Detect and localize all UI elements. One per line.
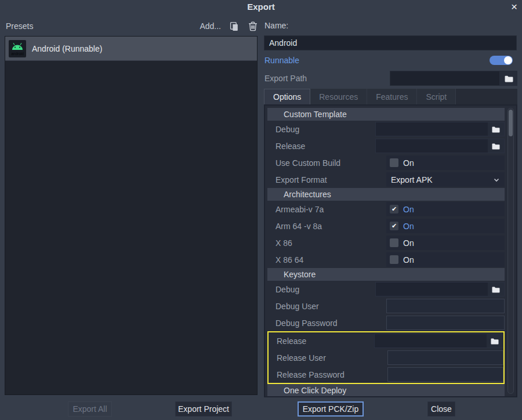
option-row-keystore-release: Release	[269, 332, 503, 349]
option-label: Armeabi-v 7a	[267, 201, 386, 218]
dropdown-value: Export APK	[391, 175, 433, 184]
option-row-keystore-debug: Debug	[267, 281, 505, 298]
option-label: Debug	[267, 121, 375, 137]
folder-button[interactable]	[488, 139, 504, 153]
option-label: Use Custom Build	[267, 154, 386, 171]
option-label: Arm 64 -v 8a	[267, 218, 386, 234]
debug-password-input[interactable]	[387, 316, 504, 330]
export-all-button: Export All	[68, 401, 112, 417]
export-format-dropdown[interactable]: Export APK	[386, 172, 505, 187]
tab-options[interactable]: Options	[264, 89, 310, 104]
option-row-release-password: Release Password	[269, 366, 503, 383]
export-project-button[interactable]: Export Project	[175, 401, 232, 417]
export-path-input[interactable]	[390, 71, 500, 86]
delete-preset-icon[interactable]	[248, 21, 258, 31]
option-row-x86: X 86 On	[267, 234, 505, 251]
svg-text:android: android	[11, 52, 24, 56]
option-label: Debug User	[267, 298, 386, 314]
text-field	[386, 299, 505, 313]
option-row-debug-password: Debug Password	[267, 314, 505, 331]
debug-user-input[interactable]	[387, 299, 504, 313]
add-preset-button[interactable]: Add...	[200, 21, 221, 31]
option-label: X 86 64	[267, 251, 386, 268]
option-row-template-release: Release	[267, 137, 505, 154]
section-architectures[interactable]: Architectures	[267, 188, 505, 201]
preset-list: android Android (Runnable)	[5, 36, 258, 395]
tab-script[interactable]: Script	[417, 89, 456, 104]
runnable-row: Runnable	[264, 54, 517, 67]
option-label: X 86	[267, 234, 386, 251]
export-path-row: Export Path	[264, 71, 517, 86]
option-row-use-custom-build: Use Custom Build On	[267, 154, 505, 171]
export-pck-zip-button[interactable]: Export PCK/Zip	[298, 401, 364, 417]
tab-resources[interactable]: Resources	[310, 89, 367, 104]
close-button[interactable]: Close	[427, 401, 455, 417]
option-row-export-format: Export Format Export APK	[267, 171, 505, 188]
name-input[interactable]	[264, 35, 517, 50]
tab-bar: Options Resources Features Script	[264, 89, 517, 104]
file-field	[374, 334, 503, 348]
option-label: Release Password	[269, 366, 387, 383]
check-field: On	[386, 155, 505, 170]
close-icon[interactable]: ×	[511, 0, 517, 14]
runnable-label: Runnable	[264, 56, 299, 65]
release-user-input[interactable]	[388, 351, 503, 364]
preset-item-label: Android (Runnable)	[32, 44, 102, 53]
dialog-titlebar: Export ×	[0, 0, 522, 15]
scrollbar-thumb[interactable]	[509, 110, 513, 136]
checkbox-label: On	[403, 222, 414, 231]
option-row-x86-64: X 86 64 On	[267, 251, 505, 268]
option-row-arm64-v8a: Arm 64 -v 8a ✔ On	[267, 218, 505, 234]
text-field	[387, 350, 503, 365]
checkbox-checked[interactable]: ✔	[390, 222, 398, 230]
option-label: Export Format	[267, 171, 386, 188]
checkbox-label: On	[403, 238, 414, 248]
folder-button[interactable]	[488, 283, 504, 296]
file-field	[375, 282, 505, 296]
checkbox-label: On	[403, 158, 414, 168]
check-field: ✔ On	[386, 202, 505, 216]
export-path-label: Export Path	[264, 74, 307, 83]
chevron-down-icon	[493, 176, 500, 183]
section-one-click-deploy[interactable]: One Click Deploy	[267, 384, 505, 397]
export-path-folder-button[interactable]	[500, 71, 517, 86]
checkbox-unchecked[interactable]	[390, 158, 398, 167]
section-custom-template[interactable]: Custom Template	[267, 108, 505, 121]
option-row-template-debug: Debug	[267, 121, 505, 137]
checkbox-unchecked[interactable]	[390, 238, 398, 247]
release-password-input[interactable]	[388, 368, 503, 381]
text-field	[387, 367, 503, 382]
file-field	[375, 122, 505, 136]
check-field: ✔ On	[386, 219, 505, 233]
folder-button[interactable]	[487, 334, 503, 347]
options-list: Custom Template Debug Release Use Custom…	[267, 108, 505, 397]
duplicate-preset-icon[interactable]	[230, 21, 240, 31]
options-panel: Custom Template Debug Release Use Custom…	[264, 104, 517, 397]
checkbox-label: On	[403, 205, 414, 214]
section-keystore[interactable]: Keystore	[267, 268, 505, 281]
option-label: Debug	[267, 281, 375, 298]
options-scrollbar[interactable]	[507, 108, 514, 394]
tab-features[interactable]: Features	[367, 89, 417, 104]
folder-button[interactable]	[488, 122, 504, 136]
presets-header: Presets Add...	[6, 19, 258, 33]
checkbox-checked[interactable]: ✔	[390, 205, 398, 213]
file-path-input[interactable]	[376, 122, 488, 136]
option-row-armeabi-v7a: Armeabi-v 7a ✔ On	[267, 201, 505, 218]
highlight-box-release-keystore: Release Release User Release Password	[267, 331, 505, 384]
option-label: Debug Password	[267, 314, 386, 331]
android-icon: android	[9, 40, 26, 57]
file-field	[375, 139, 505, 153]
option-row-debug-user: Debug User	[267, 298, 505, 314]
file-path-input[interactable]	[375, 334, 487, 347]
option-label: Release User	[269, 349, 387, 366]
preset-item-android[interactable]: android Android (Runnable)	[5, 37, 257, 61]
name-label: Name:	[264, 21, 288, 30]
text-field	[386, 316, 505, 330]
check-field: On	[386, 252, 505, 267]
file-path-input[interactable]	[376, 139, 488, 153]
runnable-toggle[interactable]	[490, 56, 513, 65]
file-path-input[interactable]	[376, 283, 488, 296]
checkbox-label: On	[403, 255, 414, 265]
checkbox-unchecked[interactable]	[390, 255, 398, 264]
